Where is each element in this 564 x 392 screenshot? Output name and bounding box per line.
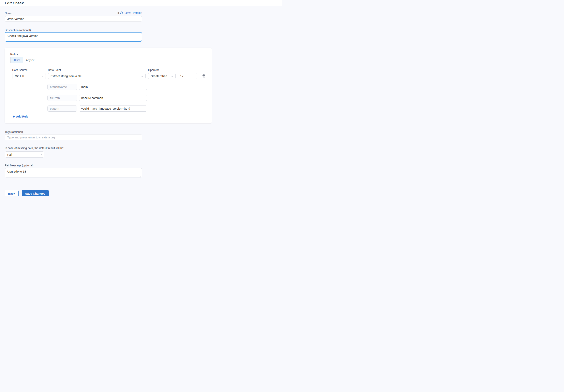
data-point-select[interactable]: Extract string from a file: [48, 73, 146, 79]
param-key-filepath: [47, 95, 77, 101]
fail-message-field-wrap: Upgrade to 18: [5, 168, 142, 177]
param-value-branchname[interactable]: [79, 84, 147, 90]
data-point-value: Extract string from a file: [51, 74, 82, 78]
data-source-select[interactable]: GitHub: [12, 73, 46, 79]
data-point-label: Data Point: [48, 68, 61, 72]
tags-label: Tags (optional): [5, 130, 23, 134]
check-id-row: Id : Java_Version: [5, 11, 142, 14]
fail-message-textarea[interactable]: Upgrade to 18: [5, 168, 142, 177]
add-rule-button[interactable]: + Add Rule: [13, 115, 28, 118]
id-label: Id: [117, 11, 119, 14]
tags-input[interactable]: [5, 134, 142, 140]
operator-value-input[interactable]: [178, 73, 197, 79]
operator-value: Greater than: [151, 74, 167, 78]
trash-icon: [201, 74, 206, 78]
missing-data-label: In case of missing data, the default res…: [5, 147, 64, 150]
add-rule-label: Add Rule: [16, 115, 28, 118]
data-source-label: Data Source: [12, 68, 28, 72]
missing-data-select[interactable]: Fail: [5, 151, 44, 158]
save-changes-button[interactable]: Save Changes: [22, 190, 49, 196]
any-of-tab[interactable]: Any Of: [23, 57, 37, 63]
id-info-icon[interactable]: [120, 12, 123, 14]
all-of-tab[interactable]: All Of: [11, 57, 23, 63]
back-button[interactable]: Back: [5, 190, 19, 196]
param-key-branchname: [47, 84, 77, 90]
operator-select[interactable]: Greater than: [148, 73, 176, 79]
param-value-filepath[interactable]: [79, 95, 147, 101]
chevron-down-icon: [42, 75, 43, 77]
rules-label: Rules: [10, 53, 18, 56]
chevron-down-icon: [40, 154, 42, 156]
operator-label: Operator: [148, 68, 159, 72]
chevron-down-icon: [171, 75, 173, 77]
description-textarea[interactable]: Check the java version: [5, 32, 142, 42]
fail-message-label: Fail Message (optional): [5, 164, 34, 167]
delete-rule-button[interactable]: [201, 73, 206, 79]
param-key-pattern: [47, 106, 77, 112]
param-value-pattern[interactable]: [79, 106, 147, 112]
id-separator: :: [124, 11, 125, 14]
rules-mode-toggle: All Of Any Of: [11, 57, 37, 63]
missing-data-value: Fail: [7, 153, 12, 156]
data-source-value: GitHub: [15, 74, 24, 78]
check-id-link[interactable]: Java_Version: [126, 11, 142, 14]
name-input[interactable]: [5, 16, 142, 22]
page-header: Edit Check: [0, 0, 282, 6]
description-label: Description (optional): [5, 28, 31, 32]
page-title: Edit Check: [5, 0, 24, 6]
description-field-wrap: Check the java version: [5, 32, 142, 42]
chevron-down-icon: [141, 75, 143, 77]
rules-card: Rules All Of Any Of Data Source Data Poi…: [5, 48, 212, 123]
edit-check-page: Edit Check Name Id : Java_Version Descri…: [0, 0, 282, 196]
plus-icon: +: [13, 115, 15, 118]
